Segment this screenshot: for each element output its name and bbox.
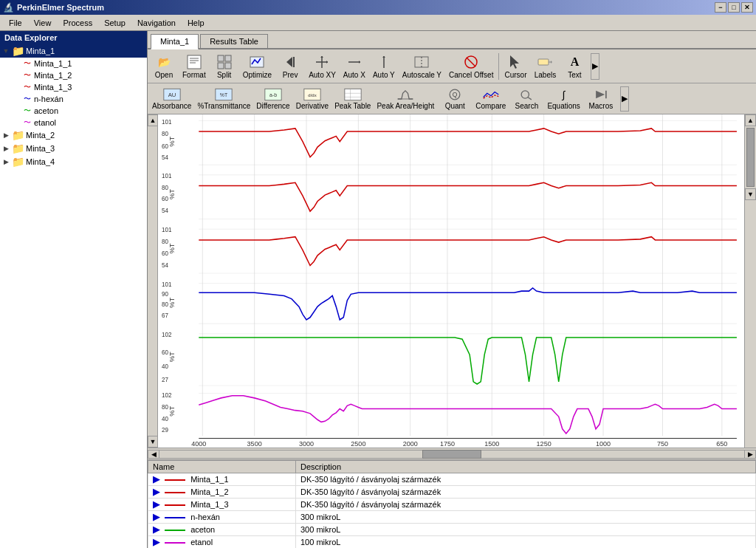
svg-rect-4 <box>218 55 224 61</box>
sidebar-item-minta1-3[interactable]: 〜 Minta_1_3 <box>12 81 147 93</box>
svg-text:80: 80 <box>162 131 168 137</box>
split-button[interactable]: Split <box>210 51 239 81</box>
transmittance-button[interactable]: %T %Transmittance <box>194 85 253 112</box>
autox-icon <box>346 53 363 71</box>
cursor-label: Cursor <box>504 71 526 79</box>
menu-view[interactable]: View <box>28 17 58 29</box>
sidebar-item-minta1[interactable]: ▼ 📁 Minta_1 <box>0 44 147 58</box>
open-icon: 📂 <box>155 53 173 71</box>
autoxy-button[interactable]: Auto XY <box>305 51 340 81</box>
svg-text:1000: 1000 <box>596 440 611 448</box>
maximize-button[interactable]: □ <box>728 2 740 13</box>
sidebar-item-minta1-1[interactable]: 〜 Minta_1_1 <box>12 58 147 69</box>
close-button[interactable]: ✕ <box>741 2 753 13</box>
autoscaley-button[interactable]: Autoscale Y <box>399 51 445 81</box>
toolbar-scroll-right[interactable]: ▶ <box>591 53 599 80</box>
scroll-track <box>148 126 157 436</box>
tab-minta1[interactable]: Minta_1 <box>151 34 199 49</box>
tree-label-etanol: etanol <box>34 118 56 127</box>
canceloffset-button[interactable]: Cancel Offset <box>445 51 497 81</box>
compare-button[interactable]: Compare <box>472 85 509 112</box>
svg-text:60: 60 <box>162 143 168 150</box>
scroll-up-btn[interactable]: ▲ <box>148 114 158 126</box>
h-scrollbar[interactable]: ◀ ▶ <box>148 448 756 459</box>
spectrum-icon-2: 〜 <box>24 70 31 81</box>
sidebar-item-aceton[interactable]: 〜 aceton <box>12 105 147 117</box>
peakarea-icon <box>396 87 414 102</box>
tree-label-minta1-1: Minta_1_1 <box>34 59 72 68</box>
labels-button[interactable]: Labels <box>530 51 560 81</box>
scroll-down-button[interactable]: ▼ <box>745 188 756 200</box>
legend-name-cell: ▶ etanol <box>148 536 296 549</box>
difference-button[interactable]: a-b Difference <box>253 85 292 112</box>
autoxy-label: Auto XY <box>309 71 336 79</box>
macros-button[interactable]: Macros <box>583 85 619 112</box>
svg-text:%T: %T <box>168 243 176 254</box>
peakarea-button[interactable]: Peak Area/Height <box>374 85 437 112</box>
sidebar-item-etanol[interactable]: 〜 etanol <box>12 117 147 129</box>
open-button[interactable]: 📂 Open <box>149 51 179 81</box>
svg-marker-14 <box>320 56 323 58</box>
tree-label-minta3: Minta_3 <box>26 144 55 153</box>
equations-button[interactable]: ∫ Equations <box>544 85 583 112</box>
prev-button[interactable]: Prev <box>275 51 305 81</box>
scroll-thumb[interactable] <box>746 128 755 187</box>
svg-rect-19 <box>415 57 428 67</box>
left-scrollbar[interactable]: ▲ ▼ <box>148 114 158 448</box>
scroll-left-button[interactable]: ◀ <box>148 450 159 459</box>
legend-line <box>165 504 185 506</box>
absorbance-label: Absorbance <box>152 102 191 110</box>
tab-results[interactable]: Results Table <box>200 34 268 48</box>
toolbar-top: 📂 Open Format Split Optimize <box>148 49 756 83</box>
text-button[interactable]: A Text <box>560 51 589 81</box>
sidebar-item-minta4[interactable]: ▶ 📁 Minta_4 <box>0 155 147 168</box>
autox-button[interactable]: Auto X <box>340 51 369 81</box>
scroll-right-button[interactable]: ▶ <box>744 450 756 459</box>
spectrum-icon-4: 〜 <box>24 94 31 104</box>
sidebar-item-minta3[interactable]: ▶ 📁 Minta_3 <box>0 142 147 155</box>
menu-file[interactable]: File <box>3 17 28 29</box>
legend-line <box>165 530 185 531</box>
autoy-label: Auto Y <box>373 71 395 79</box>
tree-label-nhexan: n-hexán <box>34 95 63 103</box>
minimize-button[interactable]: − <box>715 2 726 13</box>
sidebar-item-minta2[interactable]: ▶ 📁 Minta_2 <box>0 129 147 142</box>
peakarea-label: Peak Area/Height <box>377 102 434 110</box>
menu-process[interactable]: Process <box>57 17 98 29</box>
absorbance-button[interactable]: AU Absorbance <box>149 85 194 112</box>
svg-text:d/dx: d/dx <box>308 93 316 97</box>
menu-help[interactable]: Help <box>182 17 210 29</box>
derivative-button[interactable]: d/dx Derivative <box>293 85 331 112</box>
chart-area[interactable]: 101 80 60 54 %T 101 80 60 <box>158 114 744 448</box>
legend-name-cell: ▶ Minta_1_1 <box>148 473 296 486</box>
peaktable-icon <box>344 87 362 102</box>
quant-label: Quant <box>445 102 465 110</box>
right-scrollbar[interactable]: ▲ ▼ <box>744 114 756 448</box>
sidebar-item-nhexan[interactable]: 〜 n-hexán <box>12 93 147 105</box>
legend-arrow: ▶ <box>153 474 159 484</box>
scroll-down-btn[interactable]: ▼ <box>148 436 158 448</box>
svg-text:102: 102 <box>162 332 172 338</box>
peaktable-button[interactable]: Peak Table <box>331 85 374 112</box>
absorbance-icon: AU <box>163 87 181 102</box>
svg-text:%T: %T <box>168 189 176 200</box>
sidebar: Data Explorer ▼ 📁 Minta_1 〜 Minta_1_1 〜 … <box>0 31 148 548</box>
optimize-button[interactable]: Optimize <box>239 51 275 81</box>
toolbar2-scroll-right[interactable]: ▶ <box>620 86 629 112</box>
equations-icon: ∫ <box>555 87 573 102</box>
menu-navigation[interactable]: Navigation <box>131 17 182 29</box>
cursor-button[interactable]: Cursor <box>501 51 530 81</box>
sidebar-item-minta1-2[interactable]: 〜 Minta_1_2 <box>12 69 147 81</box>
h-scroll-thumb[interactable] <box>422 450 481 459</box>
format-button[interactable]: Format <box>179 51 210 81</box>
legend-arrow: ▶ <box>153 487 159 497</box>
legend-name-cell: ▶ aceton <box>148 524 296 536</box>
quant-button[interactable]: Q Quant <box>437 85 472 112</box>
svg-text:101: 101 <box>162 227 172 233</box>
menu-setup[interactable]: Setup <box>98 17 131 29</box>
scroll-up-button[interactable]: ▲ <box>745 114 756 126</box>
search-button[interactable]: Search <box>509 85 544 112</box>
svg-text:4000: 4000 <box>191 440 206 448</box>
autoy-button[interactable]: Auto Y <box>369 51 399 81</box>
svg-rect-5 <box>225 55 231 61</box>
